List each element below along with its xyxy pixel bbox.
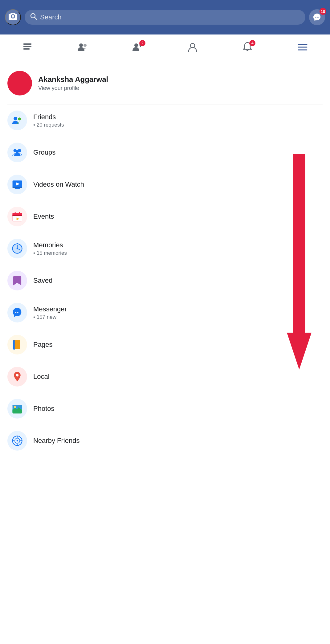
- friends-menu-text: Friends • 20 requests: [33, 113, 64, 128]
- watch-icon-wrap: [7, 175, 27, 194]
- nearby-menu-text: Nearby Friends: [33, 437, 79, 445]
- top-header: Search 10: [0, 0, 330, 34]
- photos-label: Photos: [33, 405, 55, 413]
- watch-label: Videos on Watch: [33, 180, 84, 188]
- groups-menu-text: Groups: [33, 148, 55, 156]
- profile-info: Akanksha Aggarwal View your profile: [38, 75, 108, 91]
- messenger-badge: 10: [320, 8, 326, 15]
- friends-sub: • 20 requests: [33, 122, 64, 128]
- local-menu-text: Local: [33, 373, 50, 381]
- groups-label: Groups: [33, 148, 55, 156]
- saved-menu-text: Saved: [33, 277, 52, 285]
- svg-point-7: [134, 43, 138, 47]
- profile-section[interactable]: Akanksha Aggarwal View your profile: [0, 62, 330, 104]
- friends-nav-icon: [77, 42, 88, 54]
- local-icon-wrap: [7, 367, 27, 387]
- memories-sub: • 15 memories: [33, 250, 67, 256]
- pages-menu-text: Pages: [33, 341, 52, 349]
- events-menu-text: Events: [33, 213, 54, 221]
- svg-point-37: [16, 374, 18, 376]
- menu-item-nearby[interactable]: Nearby Friends: [0, 425, 330, 457]
- menu-item-photos[interactable]: Photos: [0, 393, 330, 425]
- svg-rect-25: [13, 215, 22, 216]
- nearby-label: Nearby Friends: [33, 437, 79, 445]
- profile-sub: View your profile: [38, 85, 108, 91]
- svg-line-1: [35, 17, 37, 19]
- memories-label: Memories: [33, 241, 67, 249]
- camera-icon: [8, 12, 18, 23]
- menu-item-local[interactable]: Local: [0, 361, 330, 393]
- notifications-badge: 4: [249, 40, 255, 46]
- menu-item-saved[interactable]: Saved: [0, 265, 330, 297]
- svg-rect-3: [23, 46, 31, 47]
- search-bar[interactable]: Search: [25, 10, 305, 25]
- nav-profile[interactable]: [183, 41, 202, 56]
- groups-icon-wrap: [7, 143, 27, 162]
- avatar: [7, 71, 32, 95]
- photos-icon-wrap: [7, 399, 27, 419]
- messenger-header-button[interactable]: 10: [309, 9, 325, 25]
- menu-item-messenger[interactable]: Messenger • 157 new: [0, 297, 330, 329]
- messenger-label: Messenger: [33, 305, 67, 313]
- menu-item-watch[interactable]: Videos on Watch: [0, 168, 330, 200]
- messenger-sub: • 157 new: [33, 314, 67, 320]
- svg-point-14: [14, 117, 17, 120]
- svg-rect-4: [23, 48, 30, 50]
- svg-rect-2: [23, 43, 31, 45]
- svg-point-43: [17, 440, 18, 442]
- camera-button[interactable]: [5, 9, 21, 25]
- friends-icon-wrap: [7, 111, 27, 130]
- menu-list: Friends • 20 requests Groups: [0, 104, 330, 457]
- messenger-menu-text: Messenger • 157 new: [33, 305, 67, 320]
- friends-label: Friends: [33, 113, 64, 121]
- menu-item-groups[interactable]: Groups: [0, 136, 330, 168]
- pages-label: Pages: [33, 341, 52, 349]
- nav-friends[interactable]: [73, 41, 92, 56]
- svg-rect-20: [13, 187, 22, 188]
- photos-menu-text: Photos: [33, 405, 55, 413]
- friend-requests-badge: 2: [139, 40, 145, 46]
- events-label: Events: [33, 213, 54, 221]
- svg-rect-22: [15, 188, 20, 189]
- saved-icon-wrap: [7, 271, 27, 290]
- menu-item-friends[interactable]: Friends • 20 requests: [0, 104, 330, 136]
- profile-nav-icon: [188, 42, 198, 54]
- nearby-icon-wrap: [7, 431, 27, 451]
- nav-news-feed[interactable]: [18, 41, 37, 56]
- hamburger-menu-icon: [298, 43, 308, 54]
- menu-item-events[interactable]: Events: [0, 200, 330, 233]
- svg-point-40: [14, 406, 16, 408]
- saved-label: Saved: [33, 277, 52, 285]
- search-icon: [30, 13, 37, 22]
- nav-friend-requests[interactable]: 2: [128, 41, 147, 56]
- messenger-icon-wrap: [7, 303, 27, 322]
- navigation-bar: 2 4: [0, 34, 330, 62]
- nav-notifications[interactable]: 4: [238, 41, 257, 56]
- events-icon-wrap: [7, 207, 27, 226]
- svg-point-5: [79, 43, 83, 47]
- watch-menu-text: Videos on Watch: [33, 180, 84, 188]
- memories-icon-wrap: [7, 239, 27, 258]
- profile-name: Akanksha Aggarwal: [38, 75, 108, 84]
- menu-item-pages[interactable]: Pages: [0, 329, 330, 361]
- pages-icon-wrap: [7, 335, 27, 354]
- search-input-placeholder: Search: [40, 13, 62, 21]
- local-label: Local: [33, 373, 50, 381]
- svg-point-6: [84, 44, 87, 47]
- memories-menu-text: Memories • 15 memories: [33, 241, 67, 256]
- svg-rect-27: [15, 212, 16, 214]
- svg-point-15: [18, 118, 21, 121]
- menu-item-memories[interactable]: Memories • 15 memories: [0, 233, 330, 265]
- svg-rect-28: [19, 212, 20, 214]
- nav-menu[interactable]: [293, 41, 312, 56]
- svg-point-18: [16, 150, 19, 153]
- news-feed-icon: [22, 42, 32, 54]
